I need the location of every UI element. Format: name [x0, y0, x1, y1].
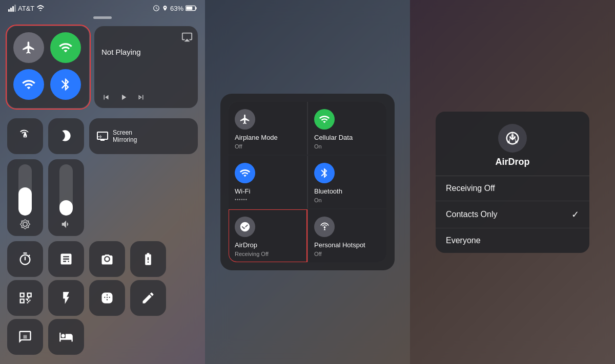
battery-icon: [186, 5, 197, 11]
do-not-disturb-button[interactable]: [48, 118, 84, 154]
airdrop-menu-card: AirDrop Receiving Off Contacts Only ✓ Ev…: [436, 112, 589, 253]
screen-mirroring-label: ScreenMirroring: [113, 129, 137, 143]
airplane-cell-icon: [239, 114, 251, 125]
play-button[interactable]: [119, 93, 128, 102]
airdrop-menu-icon-circle: [498, 124, 527, 153]
timer-icon: [18, 252, 32, 266]
timer-button[interactable]: [7, 241, 43, 277]
status-right: 63%: [153, 5, 197, 12]
wifi-name: Wi-Fi: [235, 187, 250, 195]
bed-icon: [59, 330, 73, 344]
volume-icon: [60, 219, 72, 230]
volume-track: [59, 164, 73, 216]
bluetooth-cell[interactable]: Bluetooth On: [308, 156, 386, 208]
bottom-icon-row3: [7, 319, 198, 355]
airplane-mode-cell[interactable]: Airplane Mode Off: [229, 102, 307, 155]
playback-controls: [101, 93, 191, 102]
nfc-icon: [18, 330, 32, 344]
sleep-button[interactable]: [48, 319, 84, 355]
airdrop-name: AirDrop: [235, 241, 257, 249]
cellular-icon-circle: [314, 109, 335, 130]
qr-icon: [18, 291, 32, 305]
now-playing-title: Not Playing: [101, 48, 191, 56]
low-power-button[interactable]: [130, 241, 166, 277]
hotspot-icon-circle: [314, 217, 335, 237]
airdrop-option-contacts-only[interactable]: Contacts Only ✓: [436, 201, 589, 228]
wifi-cell-icon: [239, 167, 251, 179]
flashlight-button[interactable]: [48, 280, 84, 316]
cc-content: Not Playing Scre: [0, 22, 205, 362]
airdrop-menu-header: AirDrop: [436, 112, 589, 176]
airdrop-menu-title: AirDrop: [496, 157, 530, 167]
network-cluster: [7, 26, 89, 108]
status-left: AT&T: [8, 4, 45, 12]
brightness-icon: [19, 219, 31, 230]
receiving-off-label: Receiving Off: [446, 184, 495, 193]
rotation-lock-button[interactable]: [7, 118, 43, 154]
status-bar: AT&T 63%: [0, 0, 205, 14]
bottom-icon-row: [7, 241, 198, 277]
rotation-lock-icon: [18, 129, 32, 142]
camera-icon: [100, 252, 114, 266]
calculator-button[interactable]: [48, 241, 84, 277]
cellular-status: On: [314, 143, 322, 149]
carrier-label: AT&T: [18, 5, 34, 12]
volume-slider[interactable]: [48, 159, 84, 236]
camera-button[interactable]: [89, 241, 125, 277]
fast-forward-button[interactable]: [136, 93, 146, 102]
battery-label: 63%: [170, 5, 183, 12]
svg-rect-2: [186, 7, 192, 10]
svg-rect-1: [196, 7, 197, 10]
qr-scan-button[interactable]: [7, 280, 43, 316]
contacts-only-label: Contacts Only: [446, 210, 497, 219]
cellular-icon: [58, 40, 73, 55]
location-icon: [162, 5, 168, 12]
remote-button[interactable]: [89, 280, 125, 316]
panel3-content: AirDrop Receiving Off Contacts Only ✓ Ev…: [410, 0, 615, 364]
airplane-mode-button[interactable]: [13, 32, 44, 63]
notes-button[interactable]: [130, 280, 166, 316]
drag-indicator: [0, 14, 205, 22]
bluetooth-icon: [58, 77, 73, 92]
cellular-cell[interactable]: Cellular Data On: [308, 102, 386, 155]
airplay-icon[interactable]: [181, 31, 193, 42]
bluetooth-status: On: [314, 197, 322, 203]
everyone-label: Everyone: [446, 236, 481, 245]
airplane-mode-name: Airplane Mode: [235, 134, 278, 141]
wifi-button[interactable]: [13, 69, 44, 100]
airdrop-option-everyone[interactable]: Everyone: [436, 228, 589, 253]
brightness-slider[interactable]: [7, 159, 43, 236]
cellular-cell-icon: [319, 114, 330, 125]
bluetooth-cell-icon: [319, 167, 330, 179]
airdrop-option-receiving-off[interactable]: Receiving Off: [436, 176, 589, 201]
drag-pill: [93, 16, 112, 19]
alarm-icon: [153, 5, 160, 12]
airdrop-status: Receiving Off: [235, 251, 269, 257]
airplane-icon: [22, 40, 36, 55]
hotspot-cell[interactable]: Personal Hotspot Off: [308, 209, 386, 262]
panel3-airdrop-menu: AirDrop Receiving Off Contacts Only ✓ Ev…: [410, 0, 615, 364]
airdrop-icon-circle: [235, 217, 255, 237]
cellular-button[interactable]: [50, 32, 81, 63]
panel1-iphone-control-center: AT&T 63%: [0, 0, 205, 364]
screen-mirroring-button[interactable]: ScreenMirroring: [89, 118, 198, 154]
signal-icon: [8, 5, 16, 12]
airdrop-cell-icon: [239, 221, 251, 232]
airdrop-cell[interactable]: AirDrop Receiving Off: [229, 209, 307, 262]
hotspot-name: Personal Hotspot: [314, 241, 365, 249]
airplane-mode-status: Off: [235, 143, 242, 149]
panel2-content: Airplane Mode Off Cellular Data On: [205, 0, 410, 364]
hotspot-status: Off: [314, 251, 321, 257]
moon-icon: [59, 129, 73, 142]
rewind-button[interactable]: [101, 93, 111, 102]
airplane-icon-circle: [235, 109, 255, 130]
bluetooth-button[interactable]: [50, 69, 81, 100]
edit-icon: [141, 291, 155, 305]
brightness-fill: [18, 187, 32, 216]
nfc-button[interactable]: [7, 319, 43, 355]
wifi-cell[interactable]: Wi-Fi ••••••: [229, 156, 307, 208]
bluetooth-icon-circle: [314, 163, 335, 183]
panel2-expanded-control: Airplane Mode Off Cellular Data On: [205, 0, 410, 364]
battery-saver-icon: [141, 252, 155, 266]
wifi-status-icon: [36, 4, 45, 12]
